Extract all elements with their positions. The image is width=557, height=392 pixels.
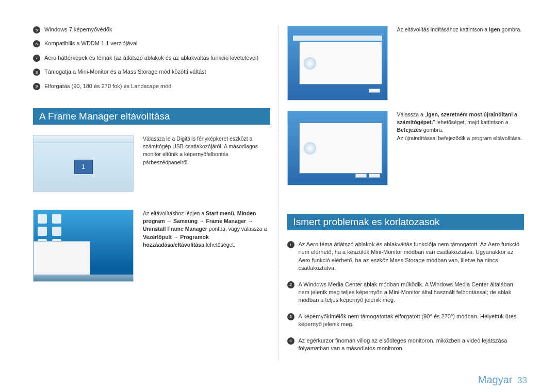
wizard-header-strip bbox=[293, 36, 382, 41]
wizard-button bbox=[355, 174, 367, 178]
disc-icon bbox=[304, 142, 316, 155]
feature-row: 6 Kompatibilis a WDDM 1.1 verziójával bbox=[33, 40, 270, 47]
text-fragment: Az újraindítással befejeződik a program … bbox=[397, 135, 522, 141]
wizard-dialog bbox=[299, 123, 382, 174]
bold-text: Vezérlőpult → Programok hozzáadása/eltáv… bbox=[143, 234, 209, 248]
bold-text: Igen bbox=[489, 26, 500, 32]
feature-row: 9 Elforgatás (90, 180 és 270 fok) és Lan… bbox=[33, 82, 270, 90]
text-fragment: lehetőséget. bbox=[204, 242, 235, 248]
section-header-uninstall: A Frame Manager eltávolítása bbox=[33, 108, 270, 125]
step-text: Válassza le a Digitális fényképkeret esz… bbox=[143, 135, 270, 192]
section-header-issues: Ismert problemak es korlatozasok bbox=[287, 214, 525, 230]
text-fragment: gombra. bbox=[500, 26, 521, 32]
feature-text: Elforgatás (90, 180 és 270 fok) és Lands… bbox=[44, 82, 171, 90]
uninstall-step-2: Az eltávolításhoz lépjen a Start menü, M… bbox=[33, 210, 270, 282]
feature-row: 7 Aero háttérképek és témák (az átlátszó… bbox=[33, 54, 270, 62]
number-badge: 5 bbox=[33, 26, 40, 33]
disc-icon bbox=[304, 57, 316, 70]
number-badge: 3 bbox=[287, 313, 294, 320]
number-badge: 7 bbox=[33, 55, 40, 62]
window-titlebar bbox=[34, 135, 133, 143]
wizard-caption: Az eltávolítás indításához kattintson a … bbox=[397, 26, 525, 33]
screenshot-wizard-complete bbox=[287, 111, 388, 185]
uninstall-step-1: Válassza le a Digitális fényképkeret esz… bbox=[33, 135, 270, 192]
wizard-buttons bbox=[355, 174, 380, 178]
text-fragment: Az eltávolítás indításához kattintson a bbox=[397, 26, 489, 32]
right-column: Az eltávolítás indításához kattintson a … bbox=[282, 26, 528, 361]
uninstall-wizard-row-1: Az eltávolítás indításához kattintson a … bbox=[287, 26, 525, 100]
screenshot-display-settings bbox=[33, 135, 134, 192]
issue-row: 1 Az Aero téma átlátszó ablakok és ablak… bbox=[287, 241, 525, 272]
screenshot-start-menu bbox=[33, 210, 134, 282]
feature-row: 8 Támogatja a Mini-Monitor és a Mass Sto… bbox=[33, 68, 270, 76]
wizard-buttons bbox=[369, 89, 380, 93]
wizard-button bbox=[369, 89, 380, 93]
issue-text: A képernyőkímélők nem támogatottak elfor… bbox=[299, 313, 525, 329]
wizard-button bbox=[369, 174, 380, 178]
wizard-dialog bbox=[299, 42, 382, 84]
issue-text: A Windows Media Center ablak módban műkö… bbox=[299, 281, 525, 304]
window-body bbox=[34, 143, 133, 191]
footer-page-number: 33 bbox=[517, 376, 527, 385]
screenshot-wizard-confirm bbox=[287, 26, 388, 100]
issue-row: 2 A Windows Media Center ablak módban mű… bbox=[287, 281, 525, 304]
feature-text: Windows 7 képernyővédők bbox=[44, 26, 112, 33]
number-badge: 4 bbox=[287, 337, 294, 345]
number-badge: 9 bbox=[33, 83, 40, 90]
column-divider bbox=[278, 26, 279, 361]
number-badge: 2 bbox=[287, 281, 294, 288]
text-fragment: " lehetőséget, majd kattintson a bbox=[433, 119, 509, 125]
page-columns: 5 Windows 7 képernyővédők 6 Kompatibilis… bbox=[30, 26, 527, 361]
feature-text: Aero háttérképek és témák (az átlátszó a… bbox=[44, 54, 258, 62]
text-fragment: Válassza a „ bbox=[397, 111, 427, 117]
issue-text: Az egérkurzor finoman villog az elsődleg… bbox=[299, 337, 525, 353]
bold-text: Befejezés bbox=[397, 127, 422, 133]
text-fragment: pontba, vagy válassza a bbox=[207, 226, 267, 232]
taskbar bbox=[34, 275, 133, 281]
feature-text: Támogatja a Mini-Monitor és a Mass Stora… bbox=[44, 68, 206, 76]
left-column: 5 Windows 7 képernyővédők 6 Kompatibilis… bbox=[30, 26, 275, 361]
number-badge: 6 bbox=[33, 40, 40, 47]
issue-row: 3 A képernyőkímélők nem támogatottak elf… bbox=[287, 313, 525, 329]
issue-row: 4 Az egérkurzor finoman villog az elsődl… bbox=[287, 337, 525, 353]
issues-list: 1 Az Aero téma átlátszó ablakok és ablak… bbox=[287, 241, 525, 352]
text-fragment: Az eltávolításhoz lépjen a bbox=[143, 210, 206, 216]
wizard-caption: Válassza a „Igen, szeretném most újraind… bbox=[397, 111, 525, 142]
feature-row: 5 Windows 7 képernyővédők bbox=[33, 26, 270, 33]
number-badge: 8 bbox=[33, 69, 40, 76]
feature-text: Kompatibilis a WDDM 1.1 verziójával bbox=[44, 40, 137, 47]
page-footer: Magyar 33 bbox=[478, 374, 527, 386]
number-badge: 1 bbox=[287, 241, 294, 248]
step-text: Az eltávolításhoz lépjen a Start menü, M… bbox=[143, 210, 270, 282]
text-fragment: gombra. bbox=[422, 127, 443, 133]
uninstall-wizard-row-2: Válassza a „Igen, szeretném most újraind… bbox=[287, 111, 525, 185]
monitor-icon bbox=[74, 160, 93, 174]
issue-text: Az Aero téma átlátszó ablakok és ablakvá… bbox=[299, 241, 525, 272]
feature-list: 5 Windows 7 képernyővédők 6 Kompatibilis… bbox=[33, 26, 270, 90]
footer-language: Magyar bbox=[478, 374, 513, 385]
